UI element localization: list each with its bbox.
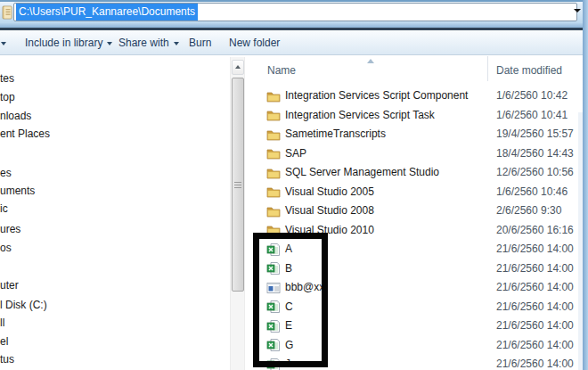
sidebar-item[interactable]: es <box>0 167 12 180</box>
scroll-up-arrow-icon <box>235 65 241 69</box>
thumb-grip <box>234 187 241 188</box>
sidebar-item[interactable]: tus <box>0 353 14 366</box>
excel-file-icon <box>266 338 281 352</box>
folder-icon <box>266 166 281 180</box>
sidebar-item[interactable]: ll <box>0 317 4 330</box>
folder-icon <box>266 185 281 199</box>
excel-file-icon <box>266 358 281 370</box>
file-row[interactable]: G21/6/2560 14:00 <box>254 336 578 356</box>
file-row[interactable]: J21/6/2560 14:00 <box>254 355 578 370</box>
date-modified: 21/6/2560 14:00 <box>496 298 574 317</box>
file-row[interactable]: Visual Studio 20051/6/2560 10:46 <box>254 183 578 202</box>
date-modified: 19/4/2560 15:57 <box>496 125 574 144</box>
file-name: C <box>285 298 293 317</box>
address-bar: C:\Users\PUR_Kannaree\Documents <box>0 2 588 23</box>
file-name: Visual Studio 2005 <box>285 183 374 202</box>
date-modified: 1/6/2560 10:46 <box>496 183 568 202</box>
file-row[interactable]: bbb@xx21/6/2560 14:00 <box>254 278 578 298</box>
window-right-border <box>583 0 588 370</box>
file-name: A <box>285 240 292 259</box>
file-name: Visual Studio 2010 <box>285 221 374 241</box>
file-name: Visual Studio 2008 <box>285 201 374 221</box>
column-header-row: Name Date modified <box>254 56 578 83</box>
file-name: Integration Services Script Component <box>285 86 468 106</box>
date-modified: 21/6/2560 14:00 <box>496 336 574 356</box>
sidebar-item[interactable]: el <box>0 335 8 349</box>
documents-location-icon <box>2 5 12 20</box>
sidebar-item[interactable]: nloads <box>0 110 31 123</box>
file-name: SametimeTranscripts <box>285 125 386 144</box>
date-modified: 12/6/2560 10:56 <box>496 163 574 183</box>
date-modified: 20/6/2560 16:16 <box>496 221 574 241</box>
sidebar-item[interactable]: tes <box>0 72 14 86</box>
file-name: B <box>285 259 292 279</box>
address-dropdown-caret-icon[interactable] <box>574 9 581 12</box>
scrollbar-thumb[interactable] <box>232 78 244 292</box>
file-row[interactable]: A21/6/2560 14:00 <box>254 240 578 259</box>
excel-file-icon <box>266 261 281 275</box>
sidebar-item[interactable]: uments <box>0 185 35 198</box>
date-modified: 2/6/2560 9:30 <box>496 201 561 221</box>
folder-icon <box>266 223 281 237</box>
content-area: testopnloadsent Placesesumentsicuresosut… <box>0 56 588 370</box>
file-row[interactable]: Integration Services Script Component1/6… <box>254 86 578 106</box>
sidebar-item[interactable]: ures <box>0 223 20 236</box>
excel-file-icon <box>266 243 281 257</box>
date-modified: 21/6/2560 14:00 <box>496 355 574 370</box>
file-row[interactable]: Integration Services Script Task1/6/2560… <box>254 106 578 126</box>
sort-ascending-icon <box>367 59 374 63</box>
toolbar-burn[interactable]: Burn <box>189 31 211 54</box>
file-row[interactable]: C21/6/2560 14:00 <box>254 298 578 317</box>
file-name: J <box>285 355 290 370</box>
file-row[interactable]: SQL Server Management Studio12/6/2560 10… <box>254 163 578 183</box>
date-modified: 21/6/2560 14:00 <box>496 317 574 336</box>
scrollbar-up-button[interactable] <box>232 60 244 75</box>
column-header-name[interactable]: Name <box>267 64 296 77</box>
sidebar-scrollbar[interactable] <box>230 57 245 370</box>
file-row[interactable]: Visual Studio 20082/6/2560 9:30 <box>254 201 578 221</box>
sidebar-item[interactable]: ent Places <box>0 127 50 141</box>
date-modified: 18/4/2560 14:43 <box>496 144 574 164</box>
toolbar-organize-fragment[interactable] <box>1 31 6 54</box>
date-modified: 1/6/2560 10:42 <box>496 86 568 106</box>
file-row[interactable]: E21/6/2560 14:00 <box>254 317 578 336</box>
file-name: E <box>285 317 292 336</box>
file-row[interactable]: Visual Studio 201020/6/2560 16:16 <box>254 221 578 241</box>
folder-icon <box>266 204 281 218</box>
file-name: SAP <box>285 144 306 164</box>
file-row[interactable]: B21/6/2560 14:00 <box>254 259 578 279</box>
folder-icon <box>266 89 281 103</box>
command-toolbar: Include in libraryShare withBurnNew fold… <box>0 31 588 55</box>
file-row[interactable]: SametimeTranscripts19/4/2560 15:57 <box>254 125 578 144</box>
file-rows: Integration Services Script Component1/6… <box>254 86 578 370</box>
address-input[interactable]: C:\Users\PUR_Kannaree\Documents <box>13 3 577 21</box>
sidebar-item[interactable]: top <box>0 91 15 104</box>
folder-icon <box>266 108 281 122</box>
column-separator[interactable] <box>487 56 488 81</box>
folder-icon <box>266 127 281 142</box>
folder-icon <box>266 146 281 160</box>
date-modified: 21/6/2560 14:00 <box>496 240 574 259</box>
date-modified: 21/6/2560 14:00 <box>496 259 574 279</box>
file-row[interactable]: SAP18/4/2560 14:43 <box>254 144 578 164</box>
column-header-date-modified[interactable]: Date modified <box>496 64 562 77</box>
explorer-window: C:\Users\PUR_Kannaree\Documents Include … <box>0 0 588 370</box>
address-selected-text[interactable]: C:\Users\PUR_Kannaree\Documents <box>16 4 198 21</box>
sidebar-item[interactable]: os <box>0 242 12 255</box>
file-name: G <box>285 336 293 356</box>
file-name: SQL Server Management Studio <box>285 163 439 183</box>
document-file-icon <box>266 281 281 295</box>
date-modified: 1/6/2560 10:41 <box>496 106 568 126</box>
sidebar-item[interactable]: uter <box>0 279 19 292</box>
sidebar-item[interactable]: l Disk (C:) <box>0 299 47 312</box>
excel-file-icon <box>266 300 281 314</box>
thumb-grip <box>234 182 241 183</box>
date-modified: 21/6/2560 14:00 <box>496 278 574 298</box>
excel-file-icon <box>266 319 281 333</box>
sidebar-item[interactable]: ic <box>0 202 8 216</box>
toolbar-new-folder[interactable]: New folder <box>229 31 280 54</box>
toolbar-include-in-library[interactable]: Include in library <box>25 31 112 54</box>
toolbar-share-with[interactable]: Share with <box>118 31 179 54</box>
thumb-grip <box>234 185 241 185</box>
chevron-down-icon <box>1 42 6 45</box>
